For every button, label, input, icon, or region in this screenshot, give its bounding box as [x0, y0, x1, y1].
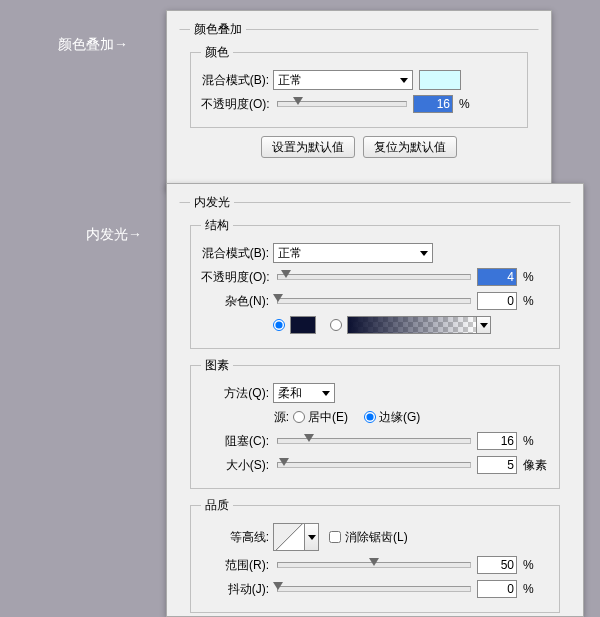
ig-contour-swatch[interactable] — [273, 523, 305, 551]
ig-range-slider[interactable] — [277, 562, 471, 568]
sidelabel-color-overlay: 颜色叠加→ — [58, 36, 128, 54]
slider-thumb-icon — [273, 582, 283, 590]
ig-range-input[interactable] — [477, 556, 517, 574]
group-elem-title: 图素 — [201, 357, 233, 374]
ig-contour-caret[interactable] — [305, 523, 319, 551]
blend-mode-label: 混合模式(B): — [201, 72, 273, 89]
ig-aa-label: 消除锯齿(L) — [345, 529, 408, 546]
ig-opacity-label: 不透明度(O): — [201, 269, 273, 286]
ig-range-label: 范围(R): — [201, 557, 273, 574]
pixel-unit: 像素 — [523, 457, 549, 474]
sidelabel-inner-glow: 内发光→ — [86, 226, 142, 244]
ig-noise-slider[interactable] — [277, 298, 471, 304]
slider-thumb-icon — [304, 434, 314, 442]
dropdown-caret-icon — [308, 535, 316, 540]
opacity-label: 不透明度(O): — [201, 96, 273, 113]
group-color-title: 颜色 — [201, 44, 233, 61]
ig-blend-label: 混合模式(B): — [201, 245, 273, 262]
group-struct-title: 结构 — [201, 217, 233, 234]
ig-size-input[interactable] — [477, 456, 517, 474]
slider-thumb-icon — [293, 97, 303, 105]
ig-method-select[interactable]: 柔和 — [273, 383, 335, 403]
ig-size-slider[interactable] — [277, 462, 471, 468]
ig-method-label: 方法(Q): — [201, 385, 273, 402]
ig-jitter-slider[interactable] — [277, 586, 471, 592]
percent-unit: % — [523, 294, 549, 308]
dropdown-caret-icon — [480, 323, 488, 328]
ig-contour-label: 等高线: — [201, 529, 273, 546]
ig-source-center-label: 居中(E) — [308, 409, 348, 426]
ig-choke-input[interactable] — [477, 432, 517, 450]
group-qual-title: 品质 — [201, 497, 233, 514]
slider-thumb-icon — [279, 458, 289, 466]
blend-mode-value: 正常 — [278, 72, 302, 89]
ig-color-radio[interactable] — [273, 319, 285, 331]
ig-size-label: 大小(S): — [201, 457, 273, 474]
dropdown-caret-icon — [420, 251, 428, 256]
ig-color-swatch[interactable] — [290, 316, 316, 334]
ig-noise-label: 杂色(N): — [201, 293, 273, 310]
dropdown-caret-icon — [400, 78, 408, 83]
panel-inner-glow: 内发光 结构 混合模式(B): 正常 不透明度(O): % 杂色(N): — [166, 183, 584, 617]
ig-source-edge-radio[interactable] — [364, 411, 376, 423]
ig-source-edge-label: 边缘(G) — [379, 409, 420, 426]
ig-source-center-radio[interactable] — [293, 411, 305, 423]
percent-unit: % — [523, 558, 549, 572]
ig-gradient-swatch[interactable] — [347, 316, 477, 334]
percent-unit: % — [459, 97, 485, 111]
slider-thumb-icon — [273, 294, 283, 302]
ig-opacity-input[interactable] — [477, 268, 517, 286]
ig-noise-input[interactable] — [477, 292, 517, 310]
ig-jitter-label: 抖动(J): — [201, 581, 273, 598]
percent-unit: % — [523, 434, 549, 448]
opacity-slider[interactable] — [277, 101, 407, 107]
ig-blend-value: 正常 — [278, 245, 302, 262]
ig-jitter-input[interactable] — [477, 580, 517, 598]
slider-thumb-icon — [281, 270, 291, 278]
ig-gradient-radio[interactable] — [330, 319, 342, 331]
ig-aa-checkbox[interactable] — [329, 531, 341, 543]
percent-unit: % — [523, 270, 549, 284]
panel1-title: 颜色叠加 — [190, 21, 246, 38]
ig-method-value: 柔和 — [278, 385, 302, 402]
ig-gradient-caret[interactable] — [477, 316, 491, 334]
ig-opacity-slider[interactable] — [277, 274, 471, 280]
blend-mode-select[interactable]: 正常 — [273, 70, 413, 90]
color-swatch[interactable] — [419, 70, 461, 90]
panel2-title: 内发光 — [190, 194, 234, 211]
ig-blend-select[interactable]: 正常 — [273, 243, 433, 263]
set-default-button[interactable]: 设置为默认值 — [261, 136, 355, 158]
ig-choke-slider[interactable] — [277, 438, 471, 444]
slider-thumb-icon — [369, 558, 379, 566]
reset-default-button[interactable]: 复位为默认值 — [363, 136, 457, 158]
ig-choke-label: 阻塞(C): — [201, 433, 273, 450]
percent-unit: % — [523, 582, 549, 596]
ig-source-label: 源: — [201, 409, 293, 426]
opacity-input[interactable] — [413, 95, 453, 113]
dropdown-caret-icon — [322, 391, 330, 396]
panel-color-overlay: 颜色叠加 颜色 混合模式(B): 正常 不透明度(O): % 设置为默 — [166, 10, 552, 190]
